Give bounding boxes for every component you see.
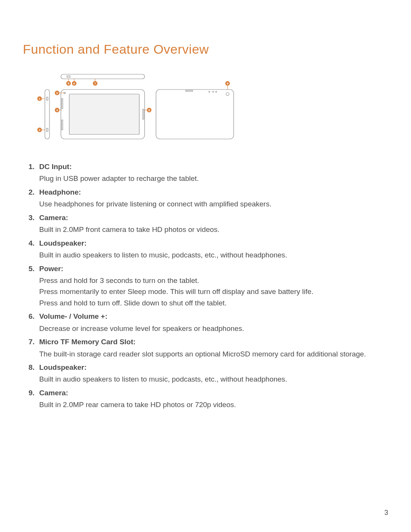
feature-heading: 7.Micro TF Memory Card Slot: [29,336,388,347]
callout-8: 8 [148,109,150,112]
feature-heading: 6.Volume- / Volume +: [29,311,388,322]
feature-description: Press and hold for 3 seconds to turn on … [29,275,388,308]
callout-5: 5 [68,82,70,85]
feature-name: Loudspeaker: [39,362,87,373]
feature-number: 5. [29,263,39,274]
feature-description: Built in audio speakers to listen to mus… [29,374,388,385]
device-diagram: 5 6 7 1 2 3 4 [34,72,388,150]
feature-heading: 2.Headphone: [29,187,388,198]
callout-3: 3 [56,91,58,95]
callout-2: 2 [39,128,41,132]
feature-description: Built in audio speakers to listen to mus… [29,249,388,260]
feature-name: DC Input: [39,161,72,172]
page-number: 3 [384,509,388,517]
feature-description: Decrease or increase volume level for sp… [29,323,388,334]
feature-number: 9. [29,387,39,398]
feature-heading: 8.Loudspeaker: [29,362,388,373]
page-title: Function and Feature Overview [23,42,388,57]
feature-list: 1.DC Input:Plug in USB power adapter to … [23,161,388,411]
feature-name: Micro TF Memory Card Slot: [39,336,135,347]
feature-item: 4.Loudspeaker:Built in audio speakers to… [29,238,388,261]
feature-item: 8.Loudspeaker:Built in audio speakers to… [29,362,388,385]
callout-4: 4 [56,109,58,112]
callout-7: 7 [94,82,96,85]
feature-heading: 9.Camera: [29,387,388,398]
feature-number: 4. [29,238,39,249]
feature-item: 6.Volume- / Volume +:Decrease or increas… [29,311,388,334]
feature-name: Loudspeaker: [39,238,87,249]
feature-item: 1.DC Input:Plug in USB power adapter to … [29,161,388,184]
feature-item: 2.Headphone:Use headphones for private l… [29,187,388,210]
feature-item: 7.Micro TF Memory Card Slot:The built-in… [29,336,388,359]
feature-description: The built-in storage card reader slot su… [29,348,388,359]
diagram-side-edge: 1 2 [37,89,49,139]
feature-description: Built in 2.0MP rear camera to take HD ph… [29,399,388,410]
feature-name: Camera: [39,212,68,223]
feature-heading: 1.DC Input: [29,161,388,172]
feature-item: 9.Camera:Built in 2.0MP rear camera to t… [29,387,388,411]
feature-number: 6. [29,311,39,322]
feature-number: 8. [29,362,39,373]
feature-description: Plug in USB power adapter to recharge th… [29,173,388,184]
feature-description: Use headphones for private listening or … [29,198,388,209]
svg-rect-27 [156,89,234,139]
feature-number: 3. [29,212,39,223]
diagram-illustration: 5 6 7 1 2 3 4 [34,72,236,148]
feature-number: 7. [29,336,39,347]
feature-number: 1. [29,161,39,172]
feature-description: Built in 2.0MP front camera to take HD p… [29,224,388,235]
feature-number: 2. [29,187,39,198]
diagram-top-edge: 5 6 7 [61,74,145,86]
svg-rect-0 [61,74,145,79]
feature-name: Volume- / Volume +: [39,311,107,322]
feature-name: Headphone: [39,187,81,198]
diagram-back: 9 [156,81,234,139]
callout-9: 9 [227,82,229,85]
feature-name: Camera: [39,387,68,398]
diagram-front: 3 4 8 [55,89,151,139]
feature-heading: 4.Loudspeaker: [29,238,388,249]
feature-heading: 3.Camera: [29,212,388,223]
feature-item: 5.Power:Press and hold for 3 seconds to … [29,263,388,309]
feature-item: 3.Camera:Built in 2.0MP front camera to … [29,212,388,235]
svg-rect-16 [69,94,139,134]
feature-heading: 5.Power: [29,263,388,274]
callout-6: 6 [73,82,75,85]
feature-name: Power: [39,263,63,274]
callout-1: 1 [39,97,41,101]
